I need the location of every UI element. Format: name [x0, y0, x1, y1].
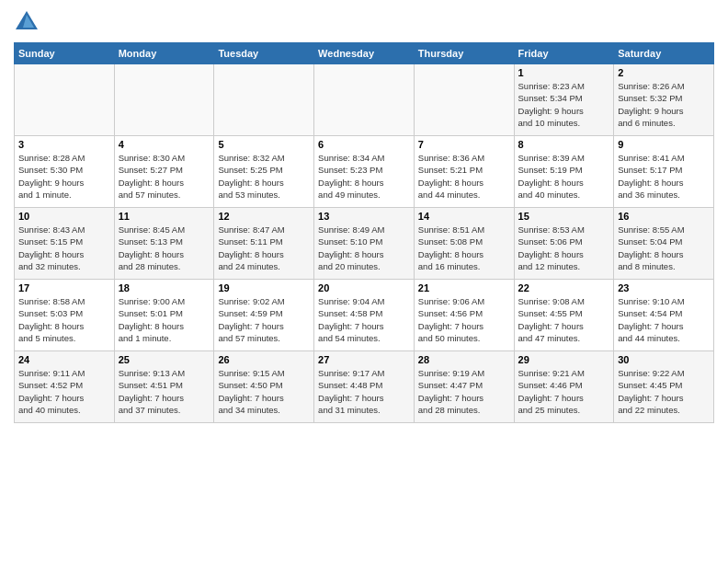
calendar-cell: 22Sunrise: 9:08 AM Sunset: 4:55 PM Dayli…	[514, 280, 614, 351]
calendar-cell: 13Sunrise: 8:49 AM Sunset: 5:10 PM Dayli…	[314, 208, 415, 280]
calendar-cell: 12Sunrise: 8:47 AM Sunset: 5:11 PM Dayli…	[214, 208, 314, 280]
calendar-cell	[15, 64, 115, 136]
day-info: Sunrise: 8:39 AM Sunset: 5:19 PM Dayligh…	[518, 152, 610, 201]
day-info: Sunrise: 9:06 AM Sunset: 4:56 PM Dayligh…	[418, 295, 510, 344]
calendar-cell: 7Sunrise: 8:36 AM Sunset: 5:21 PM Daylig…	[414, 136, 514, 208]
calendar-cell: 6Sunrise: 8:34 AM Sunset: 5:23 PM Daylig…	[314, 136, 415, 208]
calendar-cell: 14Sunrise: 8:51 AM Sunset: 5:08 PM Dayli…	[414, 208, 514, 280]
weekday-header-tuesday: Tuesday	[214, 43, 314, 64]
weekday-header-saturday: Saturday	[614, 43, 714, 64]
calendar-cell: 2Sunrise: 8:26 AM Sunset: 5:32 PM Daylig…	[614, 64, 714, 136]
day-info: Sunrise: 8:43 AM Sunset: 5:15 PM Dayligh…	[18, 224, 110, 272]
day-info: Sunrise: 8:49 AM Sunset: 5:10 PM Dayligh…	[318, 224, 410, 272]
day-number: 18	[119, 282, 210, 293]
logo	[14, 9, 43, 35]
day-number: 23	[618, 282, 710, 293]
weekday-header-wednesday: Wednesday	[314, 43, 415, 64]
calendar-cell: 8Sunrise: 8:39 AM Sunset: 5:19 PM Daylig…	[514, 136, 614, 208]
day-number: 12	[218, 211, 310, 222]
calendar-cell: 28Sunrise: 9:19 AM Sunset: 4:47 PM Dayli…	[414, 351, 514, 423]
calendar-cell: 3Sunrise: 8:28 AM Sunset: 5:30 PM Daylig…	[15, 136, 115, 208]
day-number: 30	[618, 354, 710, 365]
calendar-cell: 15Sunrise: 8:53 AM Sunset: 5:06 PM Dayli…	[514, 208, 614, 280]
day-info: Sunrise: 9:19 AM Sunset: 4:47 PM Dayligh…	[418, 367, 510, 416]
calendar: SundayMondayTuesdayWednesdayThursdayFrid…	[14, 42, 714, 423]
week-row-3: 10Sunrise: 8:43 AM Sunset: 5:15 PM Dayli…	[15, 208, 714, 280]
calendar-cell: 24Sunrise: 9:11 AM Sunset: 4:52 PM Dayli…	[15, 351, 115, 423]
week-row-1: 1Sunrise: 8:23 AM Sunset: 5:34 PM Daylig…	[15, 64, 714, 136]
day-number: 3	[18, 139, 110, 150]
calendar-cell: 26Sunrise: 9:15 AM Sunset: 4:50 PM Dayli…	[214, 351, 314, 423]
day-info: Sunrise: 8:28 AM Sunset: 5:30 PM Dayligh…	[18, 152, 110, 201]
day-number: 29	[518, 354, 610, 365]
day-number: 13	[318, 211, 410, 222]
day-info: Sunrise: 9:00 AM Sunset: 5:01 PM Dayligh…	[119, 295, 210, 344]
day-info: Sunrise: 9:21 AM Sunset: 4:46 PM Dayligh…	[518, 367, 610, 416]
day-info: Sunrise: 8:41 AM Sunset: 5:17 PM Dayligh…	[618, 152, 710, 201]
day-number: 14	[418, 211, 510, 222]
day-number: 11	[119, 211, 210, 222]
day-info: Sunrise: 9:04 AM Sunset: 4:58 PM Dayligh…	[318, 295, 410, 344]
page-header	[14, 9, 714, 35]
weekday-header-monday: Monday	[114, 43, 214, 64]
day-info: Sunrise: 9:02 AM Sunset: 4:59 PM Dayligh…	[218, 295, 310, 344]
calendar-cell: 19Sunrise: 9:02 AM Sunset: 4:59 PM Dayli…	[214, 280, 314, 351]
weekday-header-sunday: Sunday	[15, 43, 115, 64]
day-info: Sunrise: 9:22 AM Sunset: 4:45 PM Dayligh…	[618, 367, 710, 416]
weekday-header-friday: Friday	[514, 43, 614, 64]
day-number: 27	[318, 354, 410, 365]
calendar-cell: 25Sunrise: 9:13 AM Sunset: 4:51 PM Dayli…	[114, 351, 214, 423]
week-row-2: 3Sunrise: 8:28 AM Sunset: 5:30 PM Daylig…	[15, 136, 714, 208]
calendar-cell: 17Sunrise: 8:58 AM Sunset: 5:03 PM Dayli…	[15, 280, 115, 351]
calendar-cell	[314, 64, 415, 136]
day-info: Sunrise: 8:45 AM Sunset: 5:13 PM Dayligh…	[119, 224, 210, 272]
calendar-cell	[114, 64, 214, 136]
day-number: 1	[518, 67, 610, 78]
day-info: Sunrise: 9:15 AM Sunset: 4:50 PM Dayligh…	[218, 367, 310, 416]
day-number: 17	[18, 282, 110, 293]
day-number: 19	[218, 282, 310, 293]
day-number: 8	[518, 139, 610, 150]
day-info: Sunrise: 9:10 AM Sunset: 4:54 PM Dayligh…	[618, 295, 710, 344]
calendar-cell: 23Sunrise: 9:10 AM Sunset: 4:54 PM Dayli…	[614, 280, 714, 351]
calendar-cell: 9Sunrise: 8:41 AM Sunset: 5:17 PM Daylig…	[614, 136, 714, 208]
calendar-cell: 18Sunrise: 9:00 AM Sunset: 5:01 PM Dayli…	[114, 280, 214, 351]
day-number: 7	[418, 139, 510, 150]
calendar-cell: 1Sunrise: 8:23 AM Sunset: 5:34 PM Daylig…	[514, 64, 614, 136]
day-info: Sunrise: 8:36 AM Sunset: 5:21 PM Dayligh…	[418, 152, 510, 201]
day-info: Sunrise: 8:30 AM Sunset: 5:27 PM Dayligh…	[119, 152, 210, 201]
week-row-4: 17Sunrise: 8:58 AM Sunset: 5:03 PM Dayli…	[15, 280, 714, 351]
weekday-header-row: SundayMondayTuesdayWednesdayThursdayFrid…	[15, 43, 714, 64]
day-info: Sunrise: 8:51 AM Sunset: 5:08 PM Dayligh…	[418, 224, 510, 272]
day-info: Sunrise: 8:26 AM Sunset: 5:32 PM Dayligh…	[618, 80, 710, 129]
day-number: 6	[318, 139, 410, 150]
day-info: Sunrise: 8:53 AM Sunset: 5:06 PM Dayligh…	[518, 224, 610, 272]
week-row-5: 24Sunrise: 9:11 AM Sunset: 4:52 PM Dayli…	[15, 351, 714, 423]
calendar-cell: 27Sunrise: 9:17 AM Sunset: 4:48 PM Dayli…	[314, 351, 415, 423]
day-info: Sunrise: 9:13 AM Sunset: 4:51 PM Dayligh…	[119, 367, 210, 416]
calendar-cell: 29Sunrise: 9:21 AM Sunset: 4:46 PM Dayli…	[514, 351, 614, 423]
calendar-cell: 11Sunrise: 8:45 AM Sunset: 5:13 PM Dayli…	[114, 208, 214, 280]
calendar-cell: 5Sunrise: 8:32 AM Sunset: 5:25 PM Daylig…	[214, 136, 314, 208]
calendar-cell: 10Sunrise: 8:43 AM Sunset: 5:15 PM Dayli…	[15, 208, 115, 280]
calendar-cell	[214, 64, 314, 136]
day-number: 22	[518, 282, 610, 293]
day-number: 26	[218, 354, 310, 365]
day-info: Sunrise: 9:08 AM Sunset: 4:55 PM Dayligh…	[518, 295, 610, 344]
calendar-cell: 20Sunrise: 9:04 AM Sunset: 4:58 PM Dayli…	[314, 280, 415, 351]
calendar-cell: 21Sunrise: 9:06 AM Sunset: 4:56 PM Dayli…	[414, 280, 514, 351]
day-number: 4	[119, 139, 210, 150]
day-number: 21	[418, 282, 510, 293]
day-number: 2	[618, 67, 710, 78]
day-number: 5	[218, 139, 310, 150]
calendar-cell: 16Sunrise: 8:55 AM Sunset: 5:04 PM Dayli…	[614, 208, 714, 280]
day-info: Sunrise: 8:32 AM Sunset: 5:25 PM Dayligh…	[218, 152, 310, 201]
day-info: Sunrise: 8:47 AM Sunset: 5:11 PM Dayligh…	[218, 224, 310, 272]
day-info: Sunrise: 8:58 AM Sunset: 5:03 PM Dayligh…	[18, 295, 110, 344]
day-number: 10	[18, 211, 110, 222]
day-info: Sunrise: 8:34 AM Sunset: 5:23 PM Dayligh…	[318, 152, 410, 201]
calendar-cell	[414, 64, 514, 136]
day-info: Sunrise: 8:23 AM Sunset: 5:34 PM Dayligh…	[518, 80, 610, 129]
day-number: 25	[119, 354, 210, 365]
logo-icon	[14, 9, 40, 35]
